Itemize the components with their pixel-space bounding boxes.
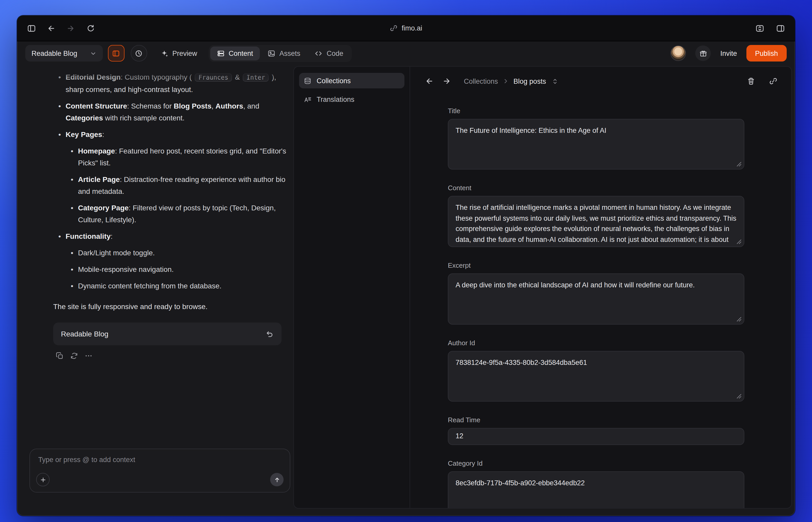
breadcrumb-current: Blog posts bbox=[514, 77, 546, 85]
address-bar[interactable]: fimo.ai bbox=[390, 24, 422, 32]
resize-grip[interactable] bbox=[736, 393, 742, 399]
back-button[interactable] bbox=[44, 21, 58, 35]
preview-label: Preview bbox=[172, 49, 197, 57]
project-name: Readable Blog bbox=[32, 49, 77, 57]
refresh-icon bbox=[70, 352, 78, 360]
plus-icon bbox=[40, 476, 46, 483]
gift-button[interactable] bbox=[695, 45, 711, 61]
record-detail-panel: Collections Blog posts bbox=[410, 67, 791, 508]
content-sidebar: Collections Translations bbox=[294, 67, 410, 508]
chat-list-item-text: Key Pages: bbox=[66, 129, 289, 141]
field-label: Title bbox=[448, 107, 744, 115]
undo-icon bbox=[266, 330, 274, 338]
chat-list-item-text: Category Page: Filtered view of posts by… bbox=[78, 202, 289, 226]
app-toolbar: Readable Blog Preview Content bbox=[17, 41, 795, 65]
resize-grip[interactable] bbox=[736, 239, 742, 244]
title-input[interactable]: The Future of Intelligence: Ethics in th… bbox=[448, 119, 744, 169]
chat-text-segment: Key Pages bbox=[66, 130, 102, 139]
field-excerpt: Excerpt A deep dive into the ethical lan… bbox=[448, 262, 744, 325]
publish-button[interactable]: Publish bbox=[746, 45, 787, 61]
detail-header-actions bbox=[744, 75, 780, 88]
field-read-time: Read Time 12 bbox=[448, 416, 744, 445]
history-button[interactable] bbox=[130, 45, 147, 61]
author-id-input[interactable]: 7838124e-9f5a-4335-80b2-3d584dba5e61 bbox=[448, 351, 744, 402]
detail-back-button[interactable] bbox=[422, 75, 436, 88]
code-icon bbox=[315, 49, 322, 57]
link-icon bbox=[390, 24, 397, 32]
chat-text-segment: Dynamic content fetching from the databa… bbox=[78, 282, 222, 290]
copy-button[interactable] bbox=[56, 352, 64, 360]
chat-text-segment: & bbox=[233, 73, 242, 81]
message-actions bbox=[56, 352, 289, 360]
forward-button[interactable] bbox=[64, 21, 78, 35]
field-label: Read Time bbox=[448, 416, 744, 424]
chat-list-item: •Dark/Light mode toggle. bbox=[53, 247, 289, 259]
back-arrow-icon bbox=[47, 24, 55, 32]
category-id-input[interactable]: 8ec3efdb-717b-4f5b-a902-ebbe344edb22 bbox=[448, 471, 744, 508]
chat-message-area[interactable]: •Editorial Design: Custom typography ( F… bbox=[27, 65, 292, 448]
field-title: Title The Future of Intelligence: Ethics… bbox=[448, 107, 744, 169]
read-time-input[interactable]: 12 bbox=[448, 428, 744, 445]
resize-grip[interactable] bbox=[736, 161, 742, 167]
user-avatar[interactable] bbox=[671, 45, 686, 61]
version-card[interactable]: Readable Blog bbox=[53, 322, 282, 345]
chat-list-item: •Article Page: Distraction-free reading … bbox=[53, 174, 289, 197]
record-switcher-button[interactable] bbox=[551, 78, 558, 84]
bullet-marker: • bbox=[71, 247, 78, 259]
chat-list-item: •Functionality: bbox=[53, 230, 289, 242]
inline-code: Inter bbox=[243, 74, 269, 82]
add-context-button[interactable] bbox=[36, 473, 49, 486]
chat-text-segment: Mobile-responsive navigation. bbox=[78, 265, 173, 274]
chat-composer[interactable]: Type or press @ to add context bbox=[29, 448, 290, 493]
field-value: 8ec3efdb-717b-4f5b-a902-ebbe344edb22 bbox=[456, 479, 585, 487]
project-dropdown[interactable]: Readable Blog bbox=[25, 45, 103, 61]
regenerate-button[interactable] bbox=[70, 352, 78, 360]
tab-assets[interactable]: Assets bbox=[261, 46, 307, 60]
tab-switcher-button[interactable] bbox=[753, 21, 767, 35]
chat-list-item: •Homepage: Featured hero post, recent st… bbox=[53, 145, 289, 169]
resize-grip[interactable] bbox=[736, 316, 742, 322]
split-view-icon bbox=[776, 24, 785, 32]
clock-icon bbox=[135, 49, 143, 57]
breadcrumb-parent[interactable]: Collections bbox=[464, 77, 498, 85]
chat-text-segment: Content Structure bbox=[66, 102, 127, 110]
split-view-button[interactable] bbox=[773, 21, 788, 35]
chat-panel: •Editorial Design: Custom typography ( F… bbox=[27, 65, 292, 516]
chat-text-segment: Blog Posts bbox=[174, 102, 211, 110]
chat-text-segment: : Schemas for bbox=[127, 102, 174, 110]
detail-header: Collections Blog posts bbox=[410, 67, 791, 89]
copy-link-button[interactable] bbox=[767, 75, 780, 88]
ellipsis-icon bbox=[85, 352, 92, 360]
forward-arrow-icon bbox=[67, 24, 75, 32]
chat-list-item-text: Editorial Design: Custom typography ( Fr… bbox=[66, 71, 289, 96]
tab-code[interactable]: Code bbox=[308, 46, 350, 60]
preview-button[interactable]: Preview bbox=[160, 49, 197, 57]
sidebar-item-label: Translations bbox=[317, 95, 354, 103]
field-author-id: Author Id 7838124e-9f5a-4335-80b2-3d584d… bbox=[448, 339, 744, 402]
detail-forward-button[interactable] bbox=[440, 75, 454, 88]
more-options-button[interactable] bbox=[85, 352, 92, 360]
chat-text-segment: Article Page bbox=[78, 175, 120, 183]
url-text: fimo.ai bbox=[402, 24, 422, 32]
tab-content[interactable]: Content bbox=[210, 46, 260, 60]
sidebar-toggle-button[interactable] bbox=[24, 21, 39, 35]
chat-text-segment: , and bbox=[243, 102, 259, 110]
chat-list-item: •Content Structure: Schemas for Blog Pos… bbox=[53, 100, 289, 124]
restore-version-button[interactable] bbox=[266, 330, 274, 338]
content-textarea[interactable]: The rise of artificial intelligence mark… bbox=[448, 196, 744, 247]
excerpt-textarea[interactable]: A deep dive into the ethical landscape o… bbox=[448, 274, 744, 325]
invite-button[interactable]: Invite bbox=[720, 49, 737, 57]
delete-record-button[interactable] bbox=[744, 75, 758, 88]
sidebar-item-collections[interactable]: Collections bbox=[299, 73, 404, 88]
titlebar-right-controls bbox=[753, 21, 795, 35]
gift-icon bbox=[700, 49, 707, 57]
app-window: fimo.ai Readable Blog bbox=[17, 16, 795, 516]
chat-list-item-text: Article Page: Distraction-free reading e… bbox=[78, 174, 289, 197]
send-button[interactable] bbox=[270, 473, 284, 486]
reload-button[interactable] bbox=[83, 21, 98, 35]
chat-text-segment: Authors bbox=[215, 102, 243, 110]
field-label: Category Id bbox=[448, 460, 744, 467]
chat-message-list: •Editorial Design: Custom typography ( F… bbox=[53, 71, 289, 292]
app-theme-button[interactable] bbox=[108, 45, 124, 61]
sidebar-item-translations[interactable]: Translations bbox=[299, 92, 404, 107]
